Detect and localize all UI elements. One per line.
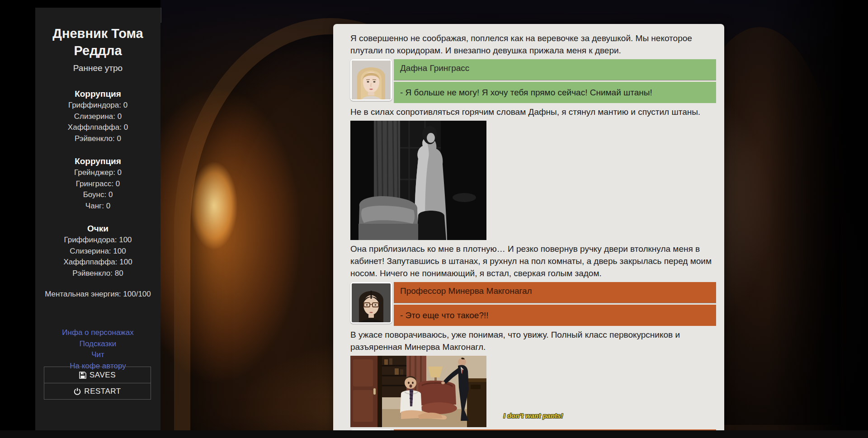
speaker-name: Дафна Гринграсс xyxy=(394,59,716,76)
stat-line: Боунс: 0 xyxy=(35,189,160,201)
restart-label: RESTART xyxy=(84,387,121,396)
stat-line: Гринграсс: 0 xyxy=(35,179,160,190)
floppy-icon xyxy=(79,372,86,379)
stat-line: Хаффлпаффа: 100 xyxy=(35,257,160,268)
link-character-info[interactable]: Инфа о персонажах xyxy=(35,327,160,339)
game-title: Дневник Тома Реддла xyxy=(35,25,160,59)
game-window: Дневник Тома Реддла Раннее утро Коррупци… xyxy=(0,0,868,438)
section-heading-corruption-girls: Коррупция xyxy=(35,155,160,167)
story-image-shirtless-man xyxy=(350,121,716,240)
stats-sidebar: Дневник Тома Реддла Раннее утро Коррупци… xyxy=(35,8,160,430)
restart-button[interactable]: RESTART xyxy=(44,383,151,399)
section-heading-points: Очки xyxy=(35,223,160,235)
power-icon xyxy=(74,388,81,395)
bottom-black-bar xyxy=(0,430,868,438)
story-gif-i-dont-want-pants: I don't want pants! xyxy=(350,356,716,427)
link-cheat[interactable]: Чит xyxy=(35,349,160,361)
story-paragraph: Я совершенно не соображая, поплелся как … xyxy=(350,32,716,57)
link-hints[interactable]: Подсказки xyxy=(35,339,160,350)
stat-line: Рэйвенкло: 0 xyxy=(35,133,160,145)
stat-line: Слизерина: 100 xyxy=(35,246,160,257)
avatar-daphne-greengrass xyxy=(350,59,392,101)
stat-line: Рэйвенкло: 80 xyxy=(35,268,160,279)
stat-line: Чанг: 0 xyxy=(35,201,160,212)
dialog-bubble: Дафна Гринграсс - Я больше не могу! Я хо… xyxy=(394,59,716,103)
saves-label: SAVES xyxy=(90,371,116,380)
stat-line: Слизерина: 0 xyxy=(35,111,160,122)
dialog-text: - Это еще что такое?!! xyxy=(394,305,716,326)
dialog-mcgonagall: Профессор Минерва Макгонагал - Это еще ч… xyxy=(350,282,716,326)
dialog-text: - Я больше не могу! Я хочу тебя прямо се… xyxy=(394,82,716,103)
stat-line: Гриффиндора: 100 xyxy=(35,235,160,246)
story-paragraph: Не в силах сопротивляться горячим словам… xyxy=(350,106,716,118)
speaker-name: Профессор Минерва Макгонагал xyxy=(394,282,716,299)
stat-line: Гриффиндора: 0 xyxy=(35,100,160,111)
dialog-daphne: Дафна Гринграсс - Я больше не могу! Я хо… xyxy=(350,59,716,103)
story-paragraph: В ужасе поворачиваюсь, уже понимая, что … xyxy=(350,329,716,353)
saves-button[interactable]: SAVES xyxy=(44,367,151,383)
avatar-mcgonagall-glasses xyxy=(350,282,392,324)
stat-line: Грейнджер: 0 xyxy=(35,167,160,179)
mental-energy: Ментальная энергия: 100/100 xyxy=(35,290,160,299)
section-heading-corruption-houses: Коррупция xyxy=(35,88,160,100)
stat-line: Хаффлпаффа: 0 xyxy=(35,122,160,133)
time-of-day: Раннее утро xyxy=(35,63,160,73)
save-restart-group: SAVES RESTART xyxy=(44,367,151,400)
gif-caption: I don't want pants! xyxy=(350,412,716,420)
dialog-bubble: Профессор Минерва Макгонагал - Это еще ч… xyxy=(394,282,716,326)
story-panel: Я совершенно не соображая, поплелся как … xyxy=(333,24,724,438)
story-paragraph: Она приблизилась ко мне в плотную… И рез… xyxy=(350,243,716,279)
